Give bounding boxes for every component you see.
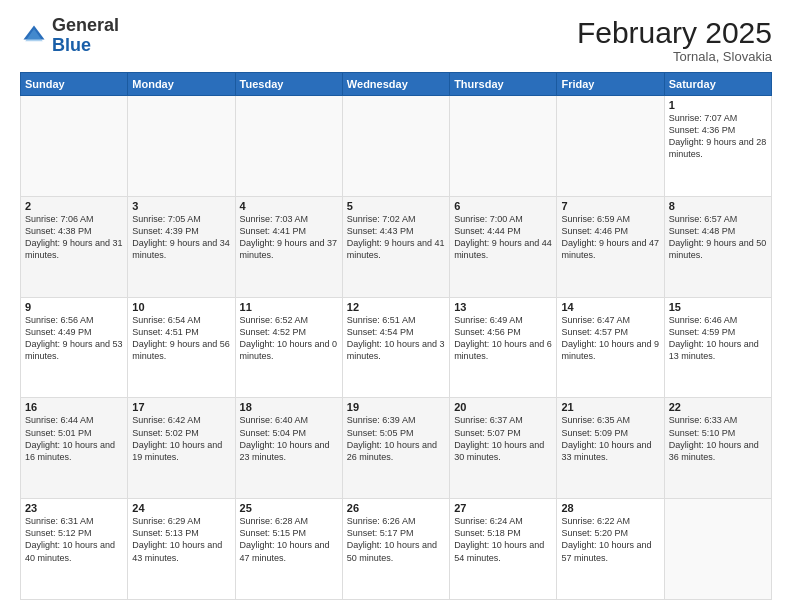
header: General Blue February 2025 Tornala, Slov… [20,16,772,64]
week-row-2: 9Sunrise: 6:56 AM Sunset: 4:49 PM Daylig… [21,297,772,398]
day-number: 2 [25,200,123,212]
day-cell: 8Sunrise: 6:57 AM Sunset: 4:48 PM Daylig… [664,196,771,297]
day-cell: 12Sunrise: 6:51 AM Sunset: 4:54 PM Dayli… [342,297,449,398]
day-number: 4 [240,200,338,212]
day-number: 26 [347,502,445,514]
day-cell: 18Sunrise: 6:40 AM Sunset: 5:04 PM Dayli… [235,398,342,499]
day-info: Sunrise: 6:28 AM Sunset: 5:15 PM Dayligh… [240,515,338,564]
calendar-table: Sunday Monday Tuesday Wednesday Thursday… [20,72,772,600]
day-info: Sunrise: 7:05 AM Sunset: 4:39 PM Dayligh… [132,213,230,262]
day-info: Sunrise: 6:44 AM Sunset: 5:01 PM Dayligh… [25,414,123,463]
day-number: 28 [561,502,659,514]
day-info: Sunrise: 7:06 AM Sunset: 4:38 PM Dayligh… [25,213,123,262]
day-cell: 13Sunrise: 6:49 AM Sunset: 4:56 PM Dayli… [450,297,557,398]
day-info: Sunrise: 6:37 AM Sunset: 5:07 PM Dayligh… [454,414,552,463]
day-cell: 19Sunrise: 6:39 AM Sunset: 5:05 PM Dayli… [342,398,449,499]
day-info: Sunrise: 6:54 AM Sunset: 4:51 PM Dayligh… [132,314,230,363]
week-row-0: 1Sunrise: 7:07 AM Sunset: 4:36 PM Daylig… [21,96,772,197]
day-info: Sunrise: 6:35 AM Sunset: 5:09 PM Dayligh… [561,414,659,463]
day-cell: 28Sunrise: 6:22 AM Sunset: 5:20 PM Dayli… [557,499,664,600]
logo-blue: Blue [52,35,91,55]
day-info: Sunrise: 6:26 AM Sunset: 5:17 PM Dayligh… [347,515,445,564]
day-info: Sunrise: 6:49 AM Sunset: 4:56 PM Dayligh… [454,314,552,363]
day-cell [450,96,557,197]
day-info: Sunrise: 7:00 AM Sunset: 4:44 PM Dayligh… [454,213,552,262]
day-cell [342,96,449,197]
day-info: Sunrise: 6:31 AM Sunset: 5:12 PM Dayligh… [25,515,123,564]
day-cell: 15Sunrise: 6:46 AM Sunset: 4:59 PM Dayli… [664,297,771,398]
day-info: Sunrise: 6:46 AM Sunset: 4:59 PM Dayligh… [669,314,767,363]
day-number: 18 [240,401,338,413]
day-cell: 24Sunrise: 6:29 AM Sunset: 5:13 PM Dayli… [128,499,235,600]
day-info: Sunrise: 6:33 AM Sunset: 5:10 PM Dayligh… [669,414,767,463]
col-friday: Friday [557,73,664,96]
day-info: Sunrise: 6:52 AM Sunset: 4:52 PM Dayligh… [240,314,338,363]
day-cell: 26Sunrise: 6:26 AM Sunset: 5:17 PM Dayli… [342,499,449,600]
day-number: 1 [669,99,767,111]
col-sunday: Sunday [21,73,128,96]
logo-general: General [52,15,119,35]
page: General Blue February 2025 Tornala, Slov… [0,0,792,612]
day-info: Sunrise: 7:03 AM Sunset: 4:41 PM Dayligh… [240,213,338,262]
day-cell: 1Sunrise: 7:07 AM Sunset: 4:36 PM Daylig… [664,96,771,197]
day-cell: 9Sunrise: 6:56 AM Sunset: 4:49 PM Daylig… [21,297,128,398]
day-number: 14 [561,301,659,313]
day-cell [235,96,342,197]
day-cell [557,96,664,197]
day-cell: 21Sunrise: 6:35 AM Sunset: 5:09 PM Dayli… [557,398,664,499]
col-monday: Monday [128,73,235,96]
day-info: Sunrise: 6:51 AM Sunset: 4:54 PM Dayligh… [347,314,445,363]
day-cell: 17Sunrise: 6:42 AM Sunset: 5:02 PM Dayli… [128,398,235,499]
day-info: Sunrise: 6:22 AM Sunset: 5:20 PM Dayligh… [561,515,659,564]
day-info: Sunrise: 6:39 AM Sunset: 5:05 PM Dayligh… [347,414,445,463]
col-wednesday: Wednesday [342,73,449,96]
day-number: 24 [132,502,230,514]
day-cell: 2Sunrise: 7:06 AM Sunset: 4:38 PM Daylig… [21,196,128,297]
day-number: 21 [561,401,659,413]
day-number: 25 [240,502,338,514]
day-number: 11 [240,301,338,313]
day-cell [128,96,235,197]
logo-icon [20,22,48,50]
day-cell: 20Sunrise: 6:37 AM Sunset: 5:07 PM Dayli… [450,398,557,499]
col-saturday: Saturday [664,73,771,96]
day-number: 7 [561,200,659,212]
day-cell: 7Sunrise: 6:59 AM Sunset: 4:46 PM Daylig… [557,196,664,297]
col-tuesday: Tuesday [235,73,342,96]
day-info: Sunrise: 7:07 AM Sunset: 4:36 PM Dayligh… [669,112,767,161]
day-cell: 27Sunrise: 6:24 AM Sunset: 5:18 PM Dayli… [450,499,557,600]
day-info: Sunrise: 6:24 AM Sunset: 5:18 PM Dayligh… [454,515,552,564]
day-number: 10 [132,301,230,313]
calendar-header-row: Sunday Monday Tuesday Wednesday Thursday… [21,73,772,96]
day-info: Sunrise: 6:40 AM Sunset: 5:04 PM Dayligh… [240,414,338,463]
day-number: 9 [25,301,123,313]
day-number: 5 [347,200,445,212]
day-number: 8 [669,200,767,212]
day-info: Sunrise: 6:47 AM Sunset: 4:57 PM Dayligh… [561,314,659,363]
day-cell: 11Sunrise: 6:52 AM Sunset: 4:52 PM Dayli… [235,297,342,398]
col-thursday: Thursday [450,73,557,96]
day-cell: 4Sunrise: 7:03 AM Sunset: 4:41 PM Daylig… [235,196,342,297]
day-cell: 14Sunrise: 6:47 AM Sunset: 4:57 PM Dayli… [557,297,664,398]
day-number: 27 [454,502,552,514]
day-number: 12 [347,301,445,313]
day-number: 22 [669,401,767,413]
day-number: 6 [454,200,552,212]
week-row-1: 2Sunrise: 7:06 AM Sunset: 4:38 PM Daylig… [21,196,772,297]
day-cell: 22Sunrise: 6:33 AM Sunset: 5:10 PM Dayli… [664,398,771,499]
day-number: 3 [132,200,230,212]
day-info: Sunrise: 6:29 AM Sunset: 5:13 PM Dayligh… [132,515,230,564]
logo-text: General Blue [52,16,119,56]
day-info: Sunrise: 6:56 AM Sunset: 4:49 PM Dayligh… [25,314,123,363]
day-number: 23 [25,502,123,514]
day-cell: 23Sunrise: 6:31 AM Sunset: 5:12 PM Dayli… [21,499,128,600]
day-number: 19 [347,401,445,413]
day-cell: 6Sunrise: 7:00 AM Sunset: 4:44 PM Daylig… [450,196,557,297]
day-cell: 5Sunrise: 7:02 AM Sunset: 4:43 PM Daylig… [342,196,449,297]
day-info: Sunrise: 6:57 AM Sunset: 4:48 PM Dayligh… [669,213,767,262]
day-info: Sunrise: 6:42 AM Sunset: 5:02 PM Dayligh… [132,414,230,463]
day-cell: 3Sunrise: 7:05 AM Sunset: 4:39 PM Daylig… [128,196,235,297]
day-cell: 10Sunrise: 6:54 AM Sunset: 4:51 PM Dayli… [128,297,235,398]
day-cell: 25Sunrise: 6:28 AM Sunset: 5:15 PM Dayli… [235,499,342,600]
day-info: Sunrise: 7:02 AM Sunset: 4:43 PM Dayligh… [347,213,445,262]
